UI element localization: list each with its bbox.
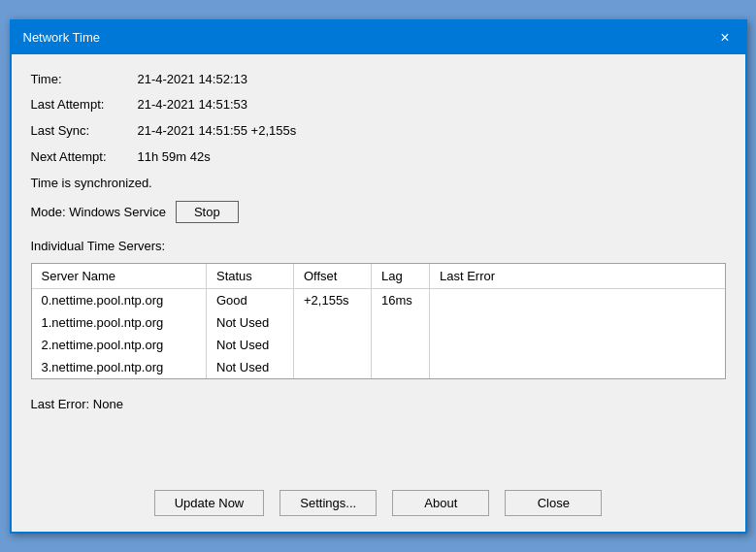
col-server-name: Server Name: [32, 264, 207, 289]
col-last-error: Last Error: [430, 264, 725, 289]
mode-label: Mode: Windows Service: [31, 205, 166, 219]
last-attempt-label: Last Attempt:: [31, 95, 138, 115]
close-icon[interactable]: ×: [716, 30, 733, 46]
last-error-label: Last Error:: [31, 397, 90, 411]
lag-cell: [372, 334, 430, 356]
sync-status-row: Time is synchronized.: [31, 174, 726, 194]
col-offset: Offset: [294, 264, 372, 289]
last-error-cell: [430, 356, 725, 378]
lag-cell: [372, 356, 430, 378]
lag-cell: 16ms: [372, 289, 430, 312]
last-attempt-row: Last Attempt: 21-4-2021 14:51:53: [31, 95, 726, 115]
mode-row: Mode: Windows Service Stop: [31, 201, 726, 223]
table-row: 2.nettime.pool.ntp.org Not Used: [32, 334, 725, 356]
status-cell: Good: [207, 289, 294, 312]
network-time-window: Network Time × Time: 21-4-2021 14:52:13 …: [10, 19, 747, 534]
col-status: Status: [207, 264, 294, 289]
offset-cell: [294, 334, 372, 356]
last-error-cell: [430, 334, 725, 356]
server-name-cell: 2.nettime.pool.ntp.org: [32, 334, 207, 356]
time-value: 21-4-2021 14:52:13: [138, 70, 247, 90]
table-row: 0.nettime.pool.ntp.org Good +2,155s 16ms: [32, 289, 725, 312]
status-cell: Not Used: [207, 334, 294, 356]
sync-status: Time is synchronized.: [31, 174, 152, 194]
table-row: 1.nettime.pool.ntp.org Not Used: [32, 311, 725, 334]
server-name-cell: 1.nettime.pool.ntp.org: [32, 311, 207, 334]
last-attempt-value: 21-4-2021 14:51:53: [138, 95, 247, 115]
content-area: Time: 21-4-2021 14:52:13 Last Attempt: 2…: [12, 54, 745, 476]
last-sync-value: 21-4-2021 14:51:55 +2,155s: [138, 121, 297, 142]
table-header-row: Server Name Status Offset Lag Last Error: [32, 264, 725, 289]
last-error-value: None: [93, 397, 123, 411]
about-button[interactable]: About: [392, 490, 489, 516]
update-now-button[interactable]: Update Now: [154, 490, 265, 516]
time-label: Time:: [31, 70, 138, 90]
stop-button[interactable]: Stop: [176, 201, 239, 223]
last-error-row: Last Error: None: [31, 397, 726, 411]
servers-table: Server Name Status Offset Lag Last Error…: [32, 264, 725, 378]
last-sync-row: Last Sync: 21-4-2021 14:51:55 +2,155s: [31, 121, 726, 142]
status-cell: Not Used: [207, 356, 294, 378]
lag-cell: [372, 311, 430, 334]
last-error-cell: [430, 289, 725, 312]
last-error-cell: [430, 311, 725, 334]
next-attempt-value: 11h 59m 42s: [138, 147, 211, 168]
next-attempt-row: Next Attempt: 11h 59m 42s: [31, 147, 726, 168]
footer-buttons: Update Now Settings... About Close: [12, 476, 745, 532]
status-cell: Not Used: [207, 311, 294, 334]
servers-section-label: Individual Time Servers:: [31, 239, 726, 253]
server-name-cell: 0.nettime.pool.ntp.org: [32, 289, 207, 312]
window-title: Network Time: [23, 30, 100, 45]
table-row: 3.nettime.pool.ntp.org Not Used: [32, 356, 725, 378]
offset-cell: [294, 311, 372, 334]
offset-cell: +2,155s: [294, 289, 372, 312]
last-sync-label: Last Sync:: [31, 121, 138, 142]
settings-button[interactable]: Settings...: [279, 490, 377, 516]
servers-table-wrapper: Server Name Status Offset Lag Last Error…: [31, 263, 726, 379]
close-button[interactable]: Close: [505, 490, 602, 516]
col-lag: Lag: [372, 264, 430, 289]
title-bar: Network Time ×: [12, 21, 745, 54]
time-row: Time: 21-4-2021 14:52:13: [31, 70, 726, 90]
server-name-cell: 3.nettime.pool.ntp.org: [32, 356, 207, 378]
offset-cell: [294, 356, 372, 378]
next-attempt-label: Next Attempt:: [31, 147, 138, 168]
